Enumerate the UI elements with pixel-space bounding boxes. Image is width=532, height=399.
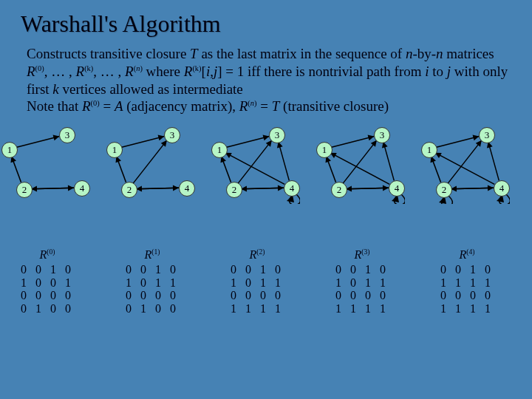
matrix-1: R(1)0 0 1 0 1 0 1 1 0 0 0 0 0 1 0 0 [126, 248, 179, 315]
svg-marker-9 [158, 135, 165, 141]
matrix-3: R(3)0 0 1 0 1 0 1 1 0 0 0 0 1 1 1 1 [335, 248, 389, 315]
node-4: 4 [74, 180, 90, 197]
svg-marker-27 [266, 140, 272, 147]
node-2: 2 [436, 182, 452, 198]
svg-line-18 [226, 136, 270, 147]
svg-marker-1 [53, 135, 60, 141]
svg-line-28 [225, 153, 284, 185]
node-1: 1 [106, 142, 123, 158]
node-4: 4 [389, 180, 405, 197]
node-3: 3 [374, 127, 390, 143]
svg-marker-17 [161, 140, 167, 147]
svg-line-16 [133, 140, 167, 183]
graph-3: 1234 [309, 123, 405, 204]
node-2: 2 [16, 182, 33, 198]
svg-line-60 [488, 142, 499, 181]
intro-text: Constructs transitive closure T as the l… [0, 38, 532, 115]
svg-line-45 [383, 142, 395, 181]
graph-1: 1234 [99, 123, 195, 204]
matrix-0: R(0)0 0 1 0 1 0 0 1 0 0 0 0 0 1 0 0 [21, 248, 74, 315]
graph-2: 1234 [204, 123, 300, 204]
svg-line-54 [451, 188, 494, 188]
node-2: 2 [331, 182, 347, 198]
svg-marker-49 [473, 135, 480, 141]
node-3: 3 [479, 127, 495, 143]
graph-panel: 1234 1234 1234 [0, 115, 532, 248]
svg-line-24 [241, 188, 284, 188]
svg-marker-57 [476, 140, 482, 147]
svg-marker-42 [371, 140, 377, 147]
node-4: 4 [284, 180, 300, 197]
page-title: Warshall's Algorithm [0, 0, 532, 38]
svg-line-6 [31, 188, 74, 188]
svg-marker-19 [263, 135, 270, 141]
node-3: 3 [269, 127, 285, 143]
svg-line-8 [121, 136, 165, 147]
svg-marker-34 [368, 135, 375, 141]
matrix-4: R(4)0 0 1 0 1 1 1 1 0 0 0 0 1 1 1 1 [440, 248, 494, 315]
node-3: 3 [59, 127, 75, 143]
svg-line-0 [16, 136, 60, 147]
node-1: 1 [316, 142, 332, 158]
node-4: 4 [494, 180, 510, 197]
svg-line-14 [136, 188, 179, 188]
node-4: 4 [179, 180, 195, 197]
node-3: 3 [164, 127, 180, 143]
node-1: 1 [421, 142, 437, 158]
node-1: 1 [1, 142, 18, 158]
svg-line-39 [346, 188, 389, 188]
node-2: 2 [226, 182, 242, 198]
svg-line-43 [330, 153, 389, 185]
graph-4: 1234 [414, 123, 510, 204]
graph-0: 1234 [0, 123, 90, 204]
svg-line-48 [436, 136, 480, 147]
svg-line-58 [435, 153, 494, 185]
svg-line-30 [279, 142, 290, 181]
matrix-2: R(2)0 0 1 0 1 0 1 1 0 0 0 0 1 1 1 1 [231, 248, 284, 315]
node-1: 1 [211, 142, 228, 158]
node-2: 2 [121, 182, 137, 198]
svg-line-33 [331, 136, 375, 147]
